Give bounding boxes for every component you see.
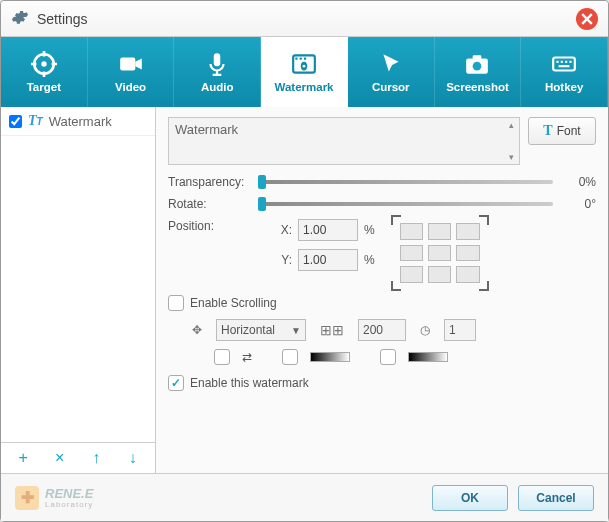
close-icon [581,13,593,25]
sidebar-toolbar: + × ↑ ↓ [1,442,155,473]
tab-video[interactable]: Video [88,37,175,107]
svg-rect-12 [553,58,575,71]
remove-button[interactable]: × [49,449,71,467]
svg-rect-15 [565,61,567,63]
watermark-item-checkbox[interactable] [9,115,22,128]
transparency-label: Transparency: [168,175,258,189]
rotate-label: Rotate: [168,197,258,211]
ruler-icon: ⊞⊞ [320,322,344,338]
gear-icon [11,8,29,30]
tab-hotkey[interactable]: Hotkey [521,37,608,107]
watermark-text-value: Watermark [175,122,238,137]
watermark-item-label: Watermark [49,114,112,129]
position-x-input[interactable] [298,219,358,241]
ok-button[interactable]: OK [432,485,508,511]
tab-label: Hotkey [545,81,583,93]
move-up-button[interactable]: ↑ [85,449,107,467]
position-grid [395,219,485,287]
svg-rect-17 [559,65,570,67]
clock-icon: ◷ [420,323,430,337]
y-label: Y: [278,253,292,267]
footer: ✚ RENE.E Laboratory OK Cancel [1,473,608,521]
font-icon: T [543,123,552,139]
svg-rect-14 [561,61,563,63]
body: TT Watermark + × ↑ ↓ Watermark ▴▾ T Font [1,107,608,473]
svg-point-10 [473,62,482,71]
tab-label: Cursor [372,81,410,93]
close-button[interactable] [576,8,598,30]
svg-rect-16 [570,61,572,63]
tab-label: Audio [201,81,234,93]
brand-name: RENE.E [45,487,93,500]
chevron-down-icon: ▼ [291,325,301,336]
tab-screenshot[interactable]: Screenshot [435,37,522,107]
svg-rect-7 [304,58,306,60]
tabbar: Target Video Audio Watermark Cursor Scre… [1,37,608,107]
move-icon: ✥ [192,323,202,337]
brand-logo: ✚ RENE.E Laboratory [15,486,93,510]
svg-rect-6 [300,58,302,60]
text-icon: TT [28,113,43,129]
tab-label: Target [27,81,61,93]
svg-rect-3 [214,53,221,66]
scroll-direction-select[interactable]: Horizontal ▼ [216,319,306,341]
tab-label: Screenshot [446,81,509,93]
tab-cursor[interactable]: Cursor [348,37,435,107]
titlebar: Settings [1,1,608,37]
watermark-icon [291,51,317,77]
loop-icon: ⇄ [242,350,252,364]
brand-subtitle: Laboratory [45,500,93,509]
window-title: Settings [37,11,576,27]
position-label: Position: [168,219,258,233]
target-icon [31,51,57,77]
watermark-list: TT Watermark + × ↑ ↓ [1,107,156,473]
fade-out-icon [408,352,448,362]
percent-label: % [364,253,375,267]
tab-label: Watermark [275,81,334,93]
svg-rect-13 [557,61,559,63]
watermark-text-input[interactable]: Watermark ▴▾ [168,117,520,165]
transparency-slider[interactable] [258,180,553,184]
svg-rect-5 [295,58,297,60]
font-button-label: Font [557,124,581,138]
video-icon [118,51,144,77]
cancel-button[interactable]: Cancel [518,485,594,511]
fade-out-checkbox[interactable] [380,349,396,365]
enable-watermark-label: Enable this watermark [190,376,309,390]
svg-rect-2 [120,58,135,71]
watermark-panel: Watermark ▴▾ T Font Transparency: 0% Rot… [156,107,608,473]
tab-watermark[interactable]: Watermark [261,37,348,107]
move-down-button[interactable]: ↓ [122,449,144,467]
svg-point-1 [41,61,46,66]
camera-icon [464,51,490,77]
cursor-icon [378,51,404,77]
tab-audio[interactable]: Audio [174,37,261,107]
rotate-slider[interactable] [258,202,553,206]
scroll-time-input[interactable] [444,319,476,341]
settings-window: Settings Target Video Audio Watermark Cu… [0,0,609,522]
keyboard-icon [551,51,577,77]
percent-label: % [364,223,375,237]
add-button[interactable]: + [12,449,34,467]
svg-point-8 [303,65,306,68]
fade-in-icon [310,352,350,362]
watermark-list-item[interactable]: TT Watermark [1,107,155,136]
enable-watermark-checkbox[interactable] [168,375,184,391]
enable-scrolling-label: Enable Scrolling [190,296,277,310]
font-button[interactable]: T Font [528,117,596,145]
textarea-scrollbar[interactable]: ▴▾ [505,120,517,162]
enable-scrolling-checkbox[interactable] [168,295,184,311]
svg-rect-11 [473,55,482,59]
position-y-input[interactable] [298,249,358,271]
tab-target[interactable]: Target [1,37,88,107]
brand-icon: ✚ [15,486,39,510]
tab-label: Video [115,81,146,93]
loop-checkbox[interactable] [214,349,230,365]
rotate-value: 0° [561,197,596,211]
x-label: X: [278,223,292,237]
fade-in-checkbox[interactable] [282,349,298,365]
transparency-value: 0% [561,175,596,189]
scroll-direction-value: Horizontal [221,323,275,337]
scroll-width-input[interactable] [358,319,406,341]
microphone-icon [204,51,230,77]
